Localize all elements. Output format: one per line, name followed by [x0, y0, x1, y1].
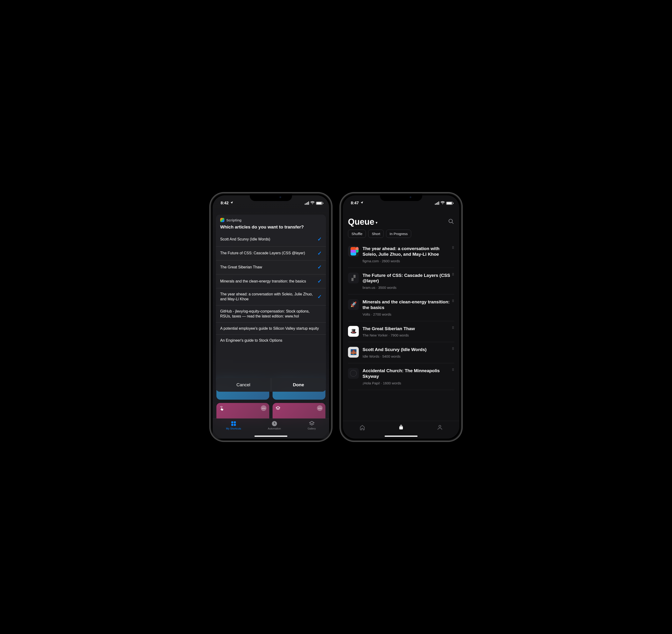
queue-item-title: Minerals and the clean-energy transition…: [363, 299, 454, 311]
queue-item-meta: The New Yorker · 7900 words: [363, 333, 454, 337]
notch: [250, 194, 292, 201]
search-button[interactable]: [448, 218, 454, 225]
tab-label: My Shortcuts: [226, 427, 241, 430]
dialog-list-item[interactable]: Scott And Scurvy (Idle Words)✓: [216, 233, 326, 246]
list-item-label: The Great Siberian Thaw: [220, 265, 316, 270]
person-icon: [437, 424, 443, 431]
nav-queue[interactable]: [398, 424, 404, 431]
queue-item-meta: Idle Words · 5400 words: [363, 354, 454, 358]
filter-chip[interactable]: Shuffle: [348, 230, 366, 238]
queue-item[interactable]: The year ahead: a conversation with Sole…: [348, 241, 454, 268]
queue-item-meta: figma.com · 2600 words: [363, 259, 454, 263]
wifi-icon: [441, 201, 445, 205]
notch: [380, 194, 422, 201]
filter-chip[interactable]: Short: [368, 230, 384, 238]
more-icon[interactable]: ⋯: [317, 405, 323, 411]
dialog-list-item[interactable]: The Great Siberian Thaw✓: [216, 260, 326, 274]
article-queue-list[interactable]: The year ahead: a conversation with Sole…: [343, 241, 459, 390]
queue-item-title: The Great Siberian Thaw: [363, 326, 454, 332]
queue-item-thumb: ▞: [348, 273, 359, 284]
dialog-list-item[interactable]: An Engineer's guide to Stock Options: [216, 334, 326, 347]
queue-item[interactable]: 🚀Minerals and the clean-energy transitio…: [348, 294, 454, 321]
dialog-app-text: Scripting: [226, 218, 241, 222]
queue-item[interactable]: 🎩The Great Siberian ThawThe New Yorker ·…: [348, 321, 454, 342]
dialog-list-item[interactable]: GitHub - jlevy/og-equity-compensation: S…: [216, 305, 326, 322]
list-item-label: Scott And Scurvy (Idle Words): [220, 237, 316, 242]
battery-icon: [446, 202, 453, 205]
drag-handle-icon[interactable]: ⠿: [452, 347, 454, 350]
svg-rect-4: [234, 421, 236, 423]
drag-handle-icon[interactable]: ⠿: [452, 368, 454, 372]
filter-chip[interactable]: In Progress: [386, 230, 411, 238]
dialog-list-item[interactable]: Minerals and the clean-energy transition…: [216, 274, 326, 288]
home-indicator[interactable]: [385, 436, 418, 437]
svg-rect-10: [400, 425, 402, 426]
drag-handle-icon[interactable]: ⠿: [452, 299, 454, 303]
svg-point-2: [222, 407, 223, 407]
svg-point-0: [220, 407, 221, 407]
choose-dialog: Scripting Which articles do you want to …: [216, 215, 326, 392]
svg-point-12: [439, 425, 441, 428]
tab-my-shortcuts[interactable]: My Shortcuts: [226, 420, 241, 430]
search-icon: [448, 218, 454, 224]
dialog-list[interactable]: Scott And Scurvy (Idle Words)✓The Future…: [216, 233, 326, 392]
list-item-label: An Engineer's guide to Stock Options: [220, 338, 322, 343]
stack-icon: [398, 424, 404, 431]
chevron-down-icon: ▾: [376, 221, 377, 224]
phone-left: 8:42 Log File 6 actions to Obsidian: [210, 193, 332, 441]
tap-icon: [219, 406, 224, 412]
check-icon: ✓: [316, 278, 322, 285]
wifi-icon: [310, 201, 315, 205]
check-icon: ✓: [316, 236, 322, 243]
queue-item-meta: Volts · 2700 words: [363, 312, 454, 316]
cellular-icon: [305, 201, 309, 205]
svg-point-1: [221, 406, 222, 407]
layers-icon: [275, 406, 281, 412]
nav-home[interactable]: [359, 424, 365, 431]
queue-item-thumb: 🌉: [348, 347, 359, 358]
home-indicator[interactable]: [254, 436, 287, 437]
status-time: 8:42: [221, 201, 229, 205]
nav-profile[interactable]: [437, 424, 443, 431]
tab-label: Automation: [268, 427, 281, 430]
check-icon: ✓: [316, 264, 322, 271]
tab-label: Gallery: [307, 427, 316, 430]
queue-item-meta: ¡Hola Papi! · 1600 words: [363, 381, 454, 385]
queue-item-meta: bram.us · 3500 words: [363, 286, 454, 290]
queue-item-title: The year ahead: a conversation with Sole…: [363, 246, 454, 257]
svg-rect-9: [399, 426, 403, 430]
queue-item-title: The Future of CSS: Cascade Layers (CSS @…: [363, 273, 454, 284]
drag-handle-icon[interactable]: ⠿: [452, 326, 454, 330]
dialog-list-item[interactable]: The year ahead: a conversation with Sole…: [216, 288, 326, 305]
more-icon[interactable]: ⋯: [261, 405, 267, 411]
grid-icon: [231, 420, 237, 426]
phone-right: 8:47 Queue ▾ ShuffleShortIn P: [340, 193, 462, 441]
dialog-app-label: Scripting: [220, 218, 322, 222]
queue-dropdown[interactable]: Queue ▾: [348, 217, 377, 227]
cancel-button[interactable]: Cancel: [216, 378, 271, 392]
svg-rect-3: [231, 421, 233, 423]
status-time: 8:47: [351, 201, 359, 205]
drag-handle-icon[interactable]: ⠿: [452, 246, 454, 250]
drag-handle-icon[interactable]: ⠿: [452, 273, 454, 276]
list-item-label: A potential employee's guide to Silicon …: [220, 326, 322, 331]
svg-rect-5: [231, 424, 233, 426]
dialog-list-item[interactable]: A potential employee's guide to Silicon …: [216, 322, 326, 335]
queue-item-title: Accidental Church: The Minneapolis Skywa…: [363, 368, 454, 379]
filter-chips: ShuffleShortIn Progress: [343, 230, 459, 241]
battery-icon: [316, 202, 323, 205]
done-button[interactable]: Done: [271, 378, 326, 392]
tab-automation[interactable]: Automation: [268, 420, 281, 430]
tab-gallery[interactable]: Gallery: [307, 420, 316, 430]
gallery-icon: [309, 420, 315, 426]
queue-item[interactable]: Accidental Church: The Minneapolis Skywa…: [348, 363, 454, 390]
clock-icon: [271, 420, 278, 426]
dialog-buttons: Cancel Done: [216, 378, 326, 392]
svg-rect-11: [400, 425, 402, 425]
dialog-title: Which articles do you want to transfer?: [220, 224, 322, 230]
dialog-list-item[interactable]: The Future of CSS: Cascade Layers (CSS @…: [216, 246, 326, 261]
queue-item[interactable]: 🌉Scott And Scurvy (Idle Words)Idle Words…: [348, 342, 454, 363]
list-item-label: Minerals and the clean-energy transition…: [220, 279, 316, 284]
queue-item[interactable]: ▞The Future of CSS: Cascade Layers (CSS …: [348, 268, 454, 295]
queue-item-thumb: 🎩: [348, 326, 359, 337]
